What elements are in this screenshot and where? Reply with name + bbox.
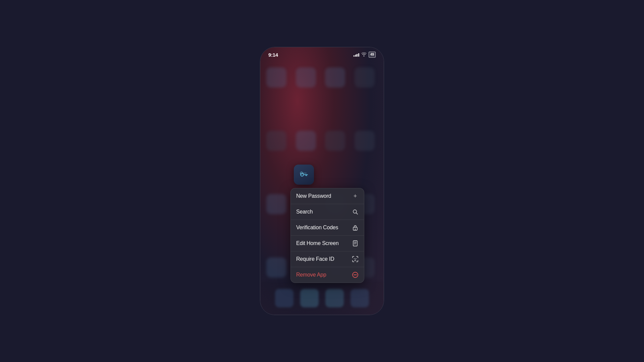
menu-item-edit-home-screen[interactable]: Edit Home Screen (291, 236, 364, 251)
signal-bar-4 (358, 53, 359, 57)
face-id-icon (352, 256, 359, 262)
new-password-label: New Password (296, 193, 331, 199)
bg-app-1 (266, 67, 286, 87)
bg-app-8 (355, 131, 375, 151)
signal-icon (354, 53, 359, 57)
dock-icon-2 (300, 289, 319, 307)
context-menu: New Password + Search Verification Codes (290, 188, 364, 283)
edit-home-screen-label: Edit Home Screen (296, 240, 339, 246)
search-label: Search (296, 209, 313, 215)
dock-icon-1 (275, 289, 293, 307)
menu-item-verification-codes[interactable]: Verification Codes (291, 220, 364, 236)
wifi-icon (361, 52, 367, 57)
battery-indicator: 49 (369, 52, 376, 58)
signal-bar-2 (355, 55, 356, 57)
phone-edit-icon (352, 240, 359, 247)
dock-icon-4 (351, 289, 369, 307)
lock-icon (352, 224, 359, 231)
svg-rect-11 (353, 241, 357, 246)
menu-item-remove-app[interactable]: Remove App (291, 267, 364, 283)
bg-app-4 (355, 67, 375, 87)
dock (260, 281, 384, 315)
bg-app-3 (325, 67, 345, 87)
status-bar: 9:14 49 (260, 47, 384, 62)
require-face-id-label: Require Face ID (296, 256, 334, 262)
bg-app-7 (325, 131, 345, 151)
menu-item-new-password[interactable]: New Password + (291, 188, 364, 204)
passwords-app-icon[interactable] (294, 165, 314, 185)
phone-screen: 9:14 49 (260, 47, 384, 315)
bg-app-13 (266, 257, 286, 278)
svg-line-7 (356, 213, 358, 214)
menu-item-require-face-id[interactable]: Require Face ID (291, 251, 364, 267)
menu-item-search[interactable]: Search (291, 204, 364, 220)
bg-app-6 (296, 131, 316, 151)
remove-app-label: Remove App (296, 272, 326, 278)
status-time: 9:14 (268, 52, 278, 58)
signal-bar-3 (357, 54, 358, 57)
bg-app-5 (266, 131, 286, 151)
svg-point-0 (301, 173, 304, 176)
search-icon (352, 208, 359, 215)
minus-circle-icon (352, 272, 359, 278)
status-icons: 49 (354, 52, 376, 58)
bg-app-9 (266, 194, 286, 214)
verification-codes-label: Verification Codes (296, 225, 338, 231)
plus-icon: + (352, 193, 359, 199)
keys-svg-icon (298, 169, 310, 181)
signal-bar-1 (354, 55, 355, 57)
bg-app-2 (296, 67, 316, 87)
dock-icon-3 (325, 289, 344, 307)
